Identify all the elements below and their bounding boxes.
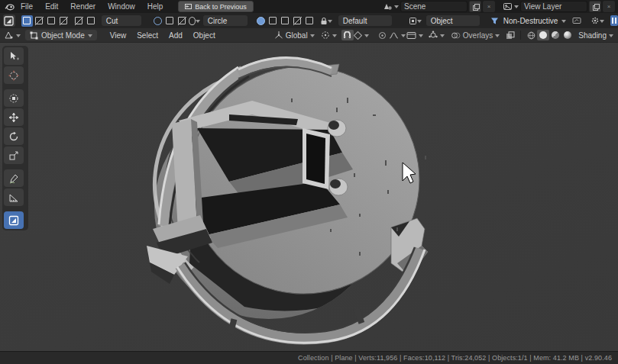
scene-icon[interactable]	[383, 2, 393, 11]
preset-dropdown[interactable]: Default	[338, 15, 392, 26]
lock-icon[interactable]	[320, 15, 328, 27]
menu-add[interactable]: Add	[163, 31, 188, 40]
pivot-dropdown[interactable]: Object	[426, 15, 480, 26]
behavior-dropdown[interactable]: Non-Destructive	[499, 15, 572, 26]
global-axes-icon	[274, 31, 283, 40]
grid-snap-icon[interactable]	[267, 15, 279, 27]
pivot-point-dropdown[interactable]	[321, 31, 337, 40]
chevron-down-icon	[401, 34, 406, 40]
edge-snap-icon[interactable]	[292, 15, 303, 27]
gizmos-dropdown[interactable]	[429, 31, 445, 40]
object-mode-icon	[30, 31, 38, 40]
mode-dropdown[interactable]: Object Mode	[25, 30, 97, 40]
editor-selector[interactable]	[4, 31, 21, 40]
tool-scale[interactable]	[4, 147, 24, 164]
chevron-down-icon	[364, 34, 369, 40]
orientation-dropdown[interactable]: Global	[274, 31, 315, 40]
model-canvas	[0, 42, 618, 352]
menu-help[interactable]: Help	[141, 2, 170, 11]
3d-viewport[interactable]: Middle Click Num Lock Middle Click Add S…	[0, 42, 618, 352]
shading-rendered-button[interactable]	[561, 30, 574, 40]
menu-file[interactable]: File	[15, 2, 39, 11]
magnet-icon	[343, 31, 351, 40]
display-helper-icon[interactable]	[572, 15, 581, 27]
pause-button[interactable]	[610, 15, 618, 26]
shading-dropdown[interactable]: Shading	[578, 31, 613, 40]
chevron-down-icon	[495, 34, 500, 40]
delete-scene-button[interactable]: ×	[483, 1, 495, 12]
menu-render[interactable]: Render	[64, 2, 102, 11]
xray-toggle[interactable]	[504, 30, 516, 40]
shape-circle-icon[interactable]	[152, 15, 163, 27]
pivot-source-icon[interactable]	[409, 15, 417, 27]
scene-name-field[interactable]: Scene	[400, 1, 468, 12]
tool-transform[interactable]	[4, 89, 24, 107]
menu-select[interactable]: Select	[131, 31, 163, 40]
tool-cursor[interactable]	[4, 66, 24, 84]
proportional-edit-toggle[interactable]	[377, 30, 389, 40]
xray-icon	[506, 31, 515, 40]
mode-cut-icon[interactable]	[21, 15, 33, 27]
blender-logo-icon	[5, 2, 15, 11]
chevron-down-icon[interactable]	[600, 20, 604, 25]
active-tool-icon	[4, 16, 14, 26]
chevron-down-icon[interactable]	[417, 20, 422, 25]
new-view-layer-button[interactable]	[589, 1, 601, 12]
mode-inset-icon[interactable]	[46, 15, 57, 27]
snap-target-dropdown[interactable]	[354, 31, 369, 40]
shading-solid-button[interactable]	[537, 30, 549, 40]
menu-window[interactable]: Window	[102, 2, 141, 11]
new-scene-button[interactable]	[469, 1, 481, 12]
chevron-down-icon[interactable]	[328, 20, 332, 25]
copy-icon	[593, 4, 598, 9]
tool-annotate[interactable]	[4, 169, 24, 187]
snap-toggle[interactable]	[341, 30, 354, 40]
mode-slice-icon[interactable]	[34, 15, 45, 27]
vert-snap-icon[interactable]	[304, 15, 315, 27]
view-layer-name-field[interactable]: View Layer	[520, 1, 587, 12]
shape-box-icon[interactable]	[164, 15, 176, 27]
gear-icon[interactable]	[590, 15, 600, 27]
shading-wireframe-button[interactable]	[525, 30, 537, 40]
mode-extract-icon[interactable]	[86, 15, 97, 27]
top-menu-bar: File Edit Render Window Help Back to Pre…	[0, 0, 618, 13]
tool-measure[interactable]	[4, 188, 24, 206]
mode-join-icon[interactable]	[58, 15, 70, 27]
chevron-down-icon	[310, 34, 315, 40]
material-sphere-icon	[552, 31, 559, 39]
menu-object[interactable]: Object	[188, 31, 221, 40]
mode-knife-icon[interactable]	[73, 15, 85, 27]
shading-material-button[interactable]	[549, 30, 561, 40]
funnel-icon[interactable]	[490, 15, 499, 27]
cut-mode-dropdown[interactable]: Cut	[102, 15, 141, 26]
shape-custom-icon[interactable]	[189, 15, 200, 27]
menu-edit[interactable]: Edit	[39, 2, 64, 11]
menu-view[interactable]: View	[105, 31, 132, 40]
center-snap-icon[interactable]	[280, 15, 291, 27]
tool-boxcutter[interactable]	[4, 211, 24, 229]
surface-toggle-icon[interactable]	[257, 15, 265, 27]
chevron-down-icon[interactable]	[394, 5, 399, 11]
back-to-previous-button[interactable]: Back to Previous	[178, 1, 254, 12]
editor-type-button[interactable]	[3, 14, 15, 27]
tool-rotate[interactable]	[4, 127, 24, 145]
tool-select-box[interactable]	[4, 47, 24, 65]
viewport-editor-icon	[4, 31, 14, 40]
view-layer-icon[interactable]	[503, 2, 513, 11]
wireframe-sphere-icon	[527, 31, 535, 40]
falloff-dropdown[interactable]	[389, 31, 406, 40]
snap-options-group	[267, 15, 315, 27]
shape-ngon-icon[interactable]	[176, 15, 188, 27]
scene-statistics: Collection | Plane | Verts:11,956 | Face…	[298, 354, 618, 362]
remove-view-layer-button[interactable]: ×	[603, 1, 615, 12]
chevron-down-icon[interactable]	[514, 5, 519, 11]
chevron-down-icon	[609, 34, 613, 40]
shape-dropdown[interactable]: Circle	[203, 15, 248, 26]
rendered-sphere-icon	[564, 31, 571, 39]
overlays-dropdown[interactable]: Overlays	[451, 31, 500, 40]
chevron-down-icon	[419, 34, 423, 40]
tool-move[interactable]	[4, 108, 24, 126]
view-object-types-dropdown[interactable]	[406, 31, 423, 40]
overlays-icon	[451, 31, 461, 40]
falloff-curve-icon	[389, 31, 399, 40]
